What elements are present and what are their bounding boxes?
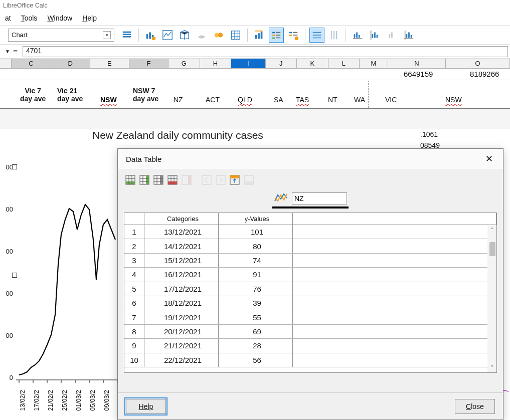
- cell-yvalue[interactable]: 74: [219, 254, 293, 267]
- horizontal-grid-icon[interactable]: [309, 28, 324, 43]
- cells-area[interactable]: 6649159 8189266 Vic 7day ave Vic 21day a…: [0, 69, 510, 109]
- menubar: at Tools Window Help: [0, 11, 510, 25]
- cell-yvalue[interactable]: 80: [219, 239, 293, 253]
- delete-row-icon[interactable]: [166, 173, 179, 186]
- all-axes-icon[interactable]: [401, 28, 416, 43]
- cell-F2[interactable]: NSW 7day ave: [133, 87, 158, 103]
- scroll-up-icon[interactable]: ˄: [491, 225, 493, 235]
- menu-tools[interactable]: Tools: [21, 14, 38, 22]
- cell-yvalue[interactable]: 91: [219, 268, 293, 281]
- cell-category[interactable]: 14/12/2021: [144, 239, 219, 253]
- cell-yvalue[interactable]: 76: [219, 282, 293, 296]
- table-row[interactable]: 517/12/202176: [124, 282, 496, 296]
- svg-rect-31: [411, 35, 412, 38]
- cell-yvalue[interactable]: 39: [219, 296, 293, 310]
- col-yvalues[interactable]: y-Values: [219, 213, 293, 225]
- legend-on-icon[interactable]: [269, 28, 284, 43]
- insert-text-column-icon[interactable]: [152, 173, 165, 186]
- chart-area-icon[interactable]: [160, 28, 175, 43]
- cell-category[interactable]: 16/12/2021: [144, 268, 219, 281]
- z-axis-icon[interactable]: [384, 28, 399, 43]
- table-row[interactable]: 618/12/202139: [124, 296, 496, 310]
- insert-row-icon[interactable]: [124, 173, 137, 186]
- formula-equals-icon[interactable]: =: [13, 47, 18, 56]
- cell-category[interactable]: 19/12/2021: [144, 310, 219, 324]
- chart-element-selector[interactable]: Chart ▾: [8, 29, 114, 42]
- name-box-dropdown-icon[interactable]: ▼: [5, 49, 10, 54]
- row-number: 6: [124, 296, 144, 310]
- menu-window[interactable]: Window: [47, 14, 72, 22]
- cell-M2[interactable]: WA: [354, 81, 369, 108]
- x-axis-icon[interactable]: [350, 28, 365, 43]
- cell-D2[interactable]: Vic 21day ave: [57, 87, 83, 103]
- table-row[interactable]: 315/12/202174: [124, 254, 496, 268]
- cell-category[interactable]: 20/12/2021: [144, 325, 219, 338]
- close-button[interactable]: Close: [455, 399, 495, 414]
- cell-O2[interactable]: NSW: [445, 96, 462, 104]
- cell-category[interactable]: 18/12/2021: [144, 296, 219, 310]
- cell-H2[interactable]: ACT: [206, 96, 220, 104]
- svg-rect-42: [126, 181, 135, 184]
- svg-rect-29: [406, 34, 408, 38]
- chart-floor-icon[interactable]: [194, 28, 209, 43]
- cell-category[interactable]: 21/12/2021: [144, 339, 219, 352]
- table-row[interactable]: 1022/12/202156: [124, 353, 496, 367]
- vertical-scrollbar[interactable]: ˄ ˅: [487, 225, 496, 372]
- vertical-grid-icon[interactable]: [326, 28, 342, 43]
- table-row[interactable]: 113/12/2021101: [124, 225, 496, 239]
- cell-yvalue[interactable]: 56: [219, 353, 293, 367]
- data-table-icon[interactable]: [228, 28, 243, 43]
- chart-wall-icon[interactable]: [177, 28, 192, 43]
- menu-format[interactable]: at: [5, 14, 11, 22]
- chart-data-ranges-icon[interactable]: [211, 28, 226, 43]
- cell-yvalue[interactable]: 28: [219, 339, 293, 352]
- table-row[interactable]: 214/12/202180: [124, 239, 496, 253]
- cell-E2[interactable]: NSW: [100, 96, 117, 104]
- close-icon[interactable]: ✕: [483, 151, 495, 166]
- help-button[interactable]: Help: [126, 399, 166, 414]
- format-selection-icon[interactable]: [119, 28, 134, 43]
- chevron-down-icon[interactable]: ▾: [103, 31, 111, 39]
- svg-rect-30: [408, 32, 410, 38]
- scroll-down-icon[interactable]: ˅: [491, 363, 493, 372]
- move-up-icon[interactable]: [228, 173, 241, 186]
- dialog-toolbar: [118, 169, 503, 188]
- cell-I2[interactable]: QLD: [238, 96, 252, 104]
- table-row[interactable]: 921/12/202128: [124, 339, 496, 353]
- table-row[interactable]: 416/12/202191: [124, 268, 496, 282]
- cell-L2[interactable]: NT: [328, 96, 337, 104]
- col-L: L: [328, 59, 360, 68]
- row-number: 4: [124, 268, 144, 281]
- cell-category[interactable]: 13/12/2021: [144, 225, 219, 239]
- menu-help[interactable]: Help: [82, 14, 97, 22]
- cell-N1[interactable]: 6649159: [404, 70, 433, 78]
- legend-icon[interactable]: [286, 28, 301, 43]
- chart-type-icon[interactable]: [143, 28, 158, 43]
- cell-K2[interactable]: TAS: [296, 96, 309, 104]
- series-name-input[interactable]: [292, 192, 347, 204]
- cell-J2[interactable]: SA: [274, 96, 283, 104]
- cell-yvalue[interactable]: 101: [219, 225, 293, 239]
- cell-category[interactable]: 22/12/2021: [144, 353, 219, 367]
- column-headers[interactable]: C D E F G H I J K L M N O: [0, 59, 510, 69]
- svg-rect-23: [359, 35, 360, 38]
- cell-yvalue[interactable]: 69: [219, 325, 293, 338]
- cell-N2[interactable]: VIC: [385, 96, 397, 104]
- cell-yvalue[interactable]: 55: [219, 310, 293, 324]
- chart-title[interactable]: New Zealand daily community cases: [92, 129, 263, 141]
- cell-O1[interactable]: 8189266: [470, 70, 499, 78]
- scroll-thumb[interactable]: [489, 242, 495, 256]
- cell-C2[interactable]: Vic 7day ave: [20, 87, 46, 103]
- y-axis-icon[interactable]: [367, 28, 382, 43]
- table-row[interactable]: 820/12/202169: [124, 325, 496, 339]
- cell-category[interactable]: 15/12/2021: [144, 254, 219, 267]
- formula-input[interactable]: 4701: [23, 46, 508, 57]
- row-number: 2: [124, 239, 144, 253]
- table-row[interactable]: 719/12/202155: [124, 310, 496, 324]
- cell-category[interactable]: 17/12/2021: [144, 282, 219, 296]
- data-table-grid[interactable]: Categories y-Values 113/12/2021101214/12…: [124, 213, 497, 373]
- titles-icon[interactable]: [252, 28, 267, 43]
- col-categories[interactable]: Categories: [144, 213, 219, 225]
- insert-column-icon[interactable]: [138, 173, 151, 186]
- cell-G2[interactable]: NZ: [174, 96, 183, 104]
